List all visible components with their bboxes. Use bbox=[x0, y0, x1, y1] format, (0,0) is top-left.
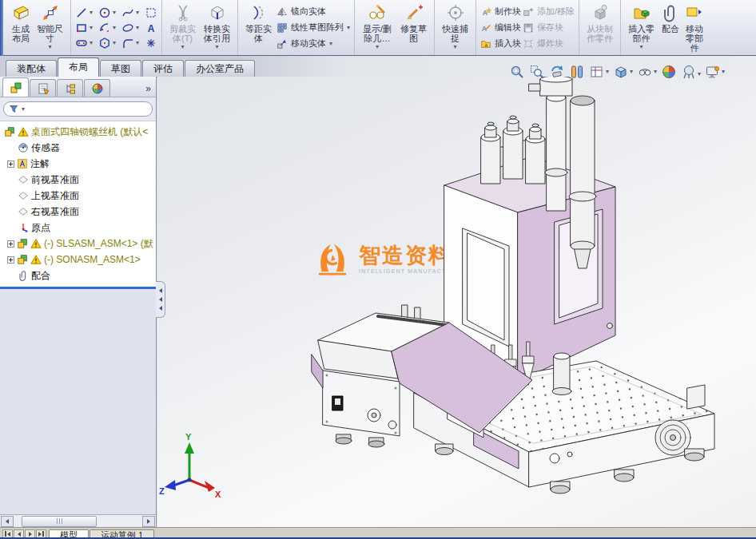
move-entities-button[interactable]: 移动实体 ▾ bbox=[277, 36, 350, 51]
dropdown-arrow[interactable]: ▾ bbox=[654, 69, 657, 75]
view-settings-icon[interactable]: ▾ bbox=[705, 64, 725, 80]
dropdown-arrow[interactable]: ▾ bbox=[90, 24, 97, 31]
dropdown-arrow[interactable]: ▾ bbox=[698, 65, 701, 79]
insert-components-button[interactable]: 插入零部件 ▾ bbox=[625, 2, 658, 54]
polygon-tool-icon[interactable] bbox=[98, 37, 111, 50]
dropdown-arrow[interactable]: ▾ bbox=[722, 69, 725, 75]
cad-model-canvas[interactable]: Y X Z bbox=[157, 77, 756, 527]
display-delete-relations-button[interactable]: 显示/删除几… ▾ bbox=[359, 2, 396, 54]
tab-sketch[interactable]: 草图 bbox=[100, 60, 141, 77]
zoom-to-area-icon[interactable] bbox=[529, 64, 545, 80]
slot-tool-icon[interactable] bbox=[75, 37, 88, 50]
dropdown-arrow[interactable]: ▾ bbox=[329, 41, 332, 47]
section-view-icon[interactable] bbox=[569, 64, 585, 80]
expand-plus-icon[interactable] bbox=[7, 161, 14, 168]
tree-filter-input[interactable]: ▾ bbox=[3, 101, 153, 117]
zoom-to-fit-icon[interactable] bbox=[509, 64, 525, 80]
add-remove-button[interactable]: 添加/移除 bbox=[523, 4, 575, 19]
circle-tool-icon[interactable] bbox=[98, 6, 111, 19]
tree-item-sensors[interactable]: 传感器 bbox=[2, 140, 156, 156]
tree-item-origin[interactable]: 原点 bbox=[2, 220, 156, 236]
convert-entities-button[interactable]: 转换实体引用 ▾ bbox=[201, 2, 233, 54]
insert-block-button[interactable]: A 插入块 bbox=[480, 36, 521, 51]
scroll-right-arrow[interactable] bbox=[142, 516, 155, 527]
explode-block-button[interactable]: 爆炸块 bbox=[523, 36, 575, 51]
tree-item-top-plane[interactable]: 上视基准面 bbox=[2, 188, 156, 204]
property-manager-tab[interactable] bbox=[30, 79, 56, 97]
dropdown-arrow[interactable]: ▾ bbox=[90, 39, 97, 46]
dropdown-arrow[interactable]: ▾ bbox=[606, 69, 609, 75]
view-orientation-icon[interactable]: ▾ bbox=[589, 64, 609, 80]
display-style-icon[interactable]: ▾ bbox=[613, 64, 633, 80]
panel-splitter-handle[interactable] bbox=[156, 281, 165, 318]
offset-entities-button[interactable]: 等距实体 bbox=[242, 2, 275, 54]
arc-tool-icon[interactable] bbox=[98, 22, 111, 34]
tree-sensors-label: 传感器 bbox=[31, 141, 60, 155]
panel-horizontal-scrollbar[interactable] bbox=[0, 514, 156, 527]
hide-show-items-icon[interactable]: ▾ bbox=[637, 64, 657, 80]
dropdown-arrow[interactable]: ▾ bbox=[113, 39, 120, 46]
dropdown-arrow[interactable]: ▾ bbox=[113, 24, 120, 31]
dropdown-arrow[interactable]: ▾ bbox=[22, 106, 25, 113]
edit-block-button[interactable]: A 编辑块 bbox=[480, 20, 521, 35]
tree-item-right-plane[interactable]: 右视基准面 bbox=[2, 204, 156, 220]
dropdown-arrow[interactable]: ▾ bbox=[640, 44, 643, 50]
fillet-tool-icon[interactable] bbox=[121, 37, 134, 50]
screw-machine-tower[interactable] bbox=[444, 77, 615, 382]
generate-layout-button[interactable]: 生成布局 bbox=[10, 2, 32, 54]
save-block-button[interactable]: 保存块 bbox=[523, 20, 575, 35]
tab-office-products[interactable]: 办公室产品 bbox=[185, 60, 255, 77]
dropdown-arrow[interactable]: ▾ bbox=[136, 24, 143, 31]
dropdown-arrow[interactable]: ▾ bbox=[376, 44, 379, 50]
trim-entities-button[interactable]: 剪裁实体(T) ▾ bbox=[166, 2, 199, 54]
quick-snaps-button[interactable]: 快速捕捉 ▾ bbox=[439, 2, 472, 54]
tree-item-front-plane[interactable]: 前视基准面 bbox=[2, 172, 156, 188]
tab-evaluate[interactable]: 评估 bbox=[142, 60, 184, 77]
tree-item-root[interactable]: 桌面式四轴锁螺丝机 (默认< bbox=[2, 124, 156, 140]
dropdown-arrow[interactable]: ▾ bbox=[113, 9, 120, 16]
previous-view-icon[interactable] bbox=[549, 64, 565, 80]
rectangle-tool-icon[interactable] bbox=[75, 22, 88, 34]
text-tool-icon[interactable]: A bbox=[145, 22, 157, 34]
make-block-button[interactable]: A 制作块 bbox=[480, 4, 521, 19]
panel-expand-chevron[interactable]: » bbox=[145, 83, 153, 97]
dropdown-arrow[interactable]: ▾ bbox=[454, 44, 457, 50]
line-tool-icon[interactable] bbox=[75, 6, 88, 19]
tree-item-sub-assembly-2[interactable]: (-) SONASM_ASM<1> bbox=[2, 252, 156, 268]
make-part-from-block-button[interactable]: 从块制作零件 bbox=[583, 2, 616, 54]
feature-tree-tab[interactable] bbox=[2, 77, 29, 97]
linear-sketch-pattern-button[interactable]: 线性草图阵列 ▾ bbox=[277, 20, 350, 35]
scroll-left-arrow[interactable] bbox=[1, 516, 14, 527]
scrollbar-thumb[interactable] bbox=[22, 516, 97, 527]
sketch-picture-icon[interactable] bbox=[145, 6, 157, 19]
dropdown-arrow[interactable]: ▾ bbox=[215, 44, 218, 50]
expand-plus-icon[interactable] bbox=[7, 240, 14, 248]
move-component-button[interactable]: 移动零部件 bbox=[683, 2, 706, 54]
dropdown-arrow[interactable]: ▾ bbox=[347, 25, 350, 31]
tree-item-sub-assembly-1[interactable]: (-) SLSASM_ASM<1> (默 bbox=[2, 236, 156, 252]
dropdown-arrow[interactable]: ▾ bbox=[90, 9, 97, 16]
point-tool-icon[interactable] bbox=[145, 37, 157, 50]
mate-button[interactable]: 配合 bbox=[659, 2, 682, 54]
spline-tool-icon[interactable] bbox=[121, 6, 134, 19]
dropdown-arrow[interactable]: ▾ bbox=[136, 39, 143, 46]
dropdown-arrow[interactable]: ▾ bbox=[630, 69, 633, 75]
expand-plus-icon[interactable] bbox=[7, 256, 14, 264]
repair-sketch-button[interactable]: 修复草图 bbox=[397, 2, 430, 54]
ellipse-tool-icon[interactable] bbox=[121, 22, 134, 34]
dropdown-arrow[interactable]: ▾ bbox=[48, 44, 51, 50]
graphics-viewport[interactable]: 智造资料网 INTELLIGENT MANUFACTURING DATA bbox=[157, 77, 756, 527]
dropdown-arrow[interactable]: ▾ bbox=[136, 9, 143, 16]
apply-scene-icon[interactable]: ▾ bbox=[681, 64, 701, 80]
dropdown-arrow[interactable]: ▾ bbox=[181, 44, 184, 50]
mirror-entities-button[interactable]: 镜向实体 bbox=[277, 4, 350, 19]
tab-layout[interactable]: 布局 bbox=[58, 57, 99, 77]
edit-appearance-icon[interactable] bbox=[661, 64, 677, 80]
configuration-manager-tab[interactable] bbox=[57, 79, 83, 97]
tab-assembly[interactable]: 装配体 bbox=[6, 60, 57, 77]
tree-item-mates[interactable]: 配合 bbox=[2, 268, 156, 283]
display-manager-tab[interactable] bbox=[84, 79, 110, 97]
support-cylinder[interactable] bbox=[552, 353, 571, 395]
tree-item-annotations[interactable]: 注解 bbox=[2, 156, 156, 172]
smart-dimension-button[interactable]: 智能尺寸 ▾ bbox=[34, 2, 66, 54]
